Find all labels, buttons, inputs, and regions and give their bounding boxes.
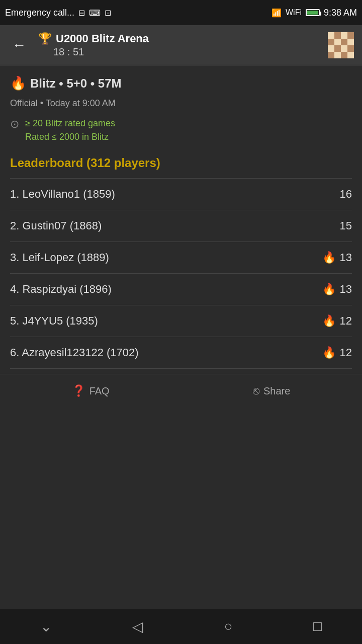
- player-name: 5. J4YYU5 (1935): [10, 314, 98, 328]
- header-timer: 18 : 51: [53, 46, 320, 58]
- game-type-text: Blitz • 5+0 • 57M: [30, 76, 122, 91]
- faq-label: FAQ: [89, 385, 110, 397]
- faq-icon: ❓: [72, 384, 85, 397]
- table-row[interactable]: 3. Leif-Lopez (1889)🔥13: [10, 242, 352, 273]
- req-line-2: Rated ≤ 2000 in Blitz: [25, 130, 115, 144]
- sim-icon: ⊟: [78, 8, 85, 18]
- player-score: 15: [340, 219, 352, 232]
- emergency-call-text: Emergency call...: [5, 8, 74, 18]
- player-score: 🔥12: [322, 314, 352, 328]
- player-score: 🔥13: [322, 251, 352, 264]
- header: ← 🏆 U2000 Blitz Arena 18 : 51: [0, 25, 362, 65]
- arena-title: U2000 Blitz Arena: [56, 32, 149, 45]
- target-icon: ⊙: [10, 118, 19, 131]
- score-value: 15: [340, 219, 352, 232]
- table-row[interactable]: 4. Raspizdyai (1896)🔥13: [10, 274, 352, 305]
- streak-flame-icon: 🔥: [322, 251, 336, 264]
- share-icon: ⎋: [253, 384, 259, 397]
- divider: [10, 368, 352, 369]
- wifi-icon: WiFi: [286, 8, 302, 17]
- player-score: 16: [340, 188, 352, 201]
- table-row[interactable]: 1. LeoVillano1 (1859)16: [10, 179, 352, 210]
- game-type: 🔥 Blitz • 5+0 • 57M: [10, 75, 352, 91]
- req-line-1: ≥ 20 Blitz rated games: [25, 117, 115, 130]
- share-label: Share: [263, 385, 290, 397]
- player-score: 🔥12: [322, 346, 352, 359]
- nav-back-button[interactable]: ◁: [117, 613, 158, 640]
- nav-recent-button[interactable]: □: [298, 613, 337, 639]
- bottom-bar: ❓ FAQ ⎋ Share: [0, 374, 362, 408]
- blitz-flame-icon: 🔥: [10, 75, 26, 91]
- player-name: 2. Gustin07 (1868): [10, 219, 102, 232]
- player-name: 3. Leif-Lopez (1889): [10, 251, 109, 264]
- status-bar: Emergency call... ⊟ ⌨ ⊡ 📶 WiFi 9:38 AM: [0, 0, 362, 25]
- players-list: 1. LeoVillano1 (1859)162. Gustin07 (1868…: [10, 179, 352, 369]
- official-info: Official • Today at 9:00 AM: [10, 98, 352, 109]
- status-bar-left: Emergency call... ⊟ ⌨ ⊡: [5, 8, 111, 18]
- nav-home-button[interactable]: ○: [209, 613, 248, 639]
- header-title: 🏆 U2000 Blitz Arena: [38, 32, 320, 45]
- score-value: 13: [340, 251, 352, 264]
- score-value: 12: [340, 346, 352, 359]
- player-name: 4. Raspizdyai (1896): [10, 283, 112, 296]
- keyboard-icon: ⌨: [89, 8, 101, 18]
- streak-flame-icon: 🔥: [322, 283, 336, 296]
- score-value: 13: [340, 283, 352, 296]
- nav-down-button[interactable]: ⌄: [25, 613, 67, 640]
- screenshot-icon: ⊡: [105, 8, 111, 18]
- main-content: 🔥 Blitz • 5+0 • 57M Official • Today at …: [0, 65, 362, 369]
- share-button[interactable]: ⎋ Share: [253, 384, 290, 397]
- player-score: 🔥13: [322, 283, 352, 296]
- chess-board-icon[interactable]: [328, 32, 354, 58]
- leaderboard-title: Leaderboard (312 players): [10, 156, 352, 170]
- table-row[interactable]: 2. Gustin07 (1868)15: [10, 210, 352, 242]
- status-bar-right: 📶 WiFi 9:38 AM: [272, 8, 357, 18]
- req-text: ≥ 20 Blitz rated games Rated ≤ 2000 in B…: [25, 117, 115, 144]
- back-button[interactable]: ←: [8, 33, 30, 57]
- signal-icon: 📶: [272, 8, 282, 18]
- score-value: 16: [340, 188, 352, 201]
- player-name: 1. LeoVillano1 (1859): [10, 188, 115, 201]
- streak-flame-icon: 🔥: [322, 314, 336, 328]
- table-row[interactable]: 5. J4YYU5 (1935)🔥12: [10, 305, 352, 337]
- nav-bar: ⌄ ◁ ○ □: [0, 609, 362, 644]
- faq-button[interactable]: ❓ FAQ: [72, 384, 110, 397]
- score-value: 12: [340, 314, 352, 328]
- trophy-icon: 🏆: [38, 32, 52, 45]
- time-display: 9:38 AM: [324, 8, 357, 18]
- player-name: 6. Azrayesil123122 (1702): [10, 346, 139, 359]
- header-title-block: 🏆 U2000 Blitz Arena 18 : 51: [38, 32, 320, 58]
- streak-flame-icon: 🔥: [322, 346, 336, 359]
- table-row[interactable]: 6. Azrayesil123122 (1702)🔥12: [10, 337, 352, 368]
- requirements: ⊙ ≥ 20 Blitz rated games Rated ≤ 2000 in…: [10, 117, 352, 144]
- battery-icon: [306, 9, 320, 16]
